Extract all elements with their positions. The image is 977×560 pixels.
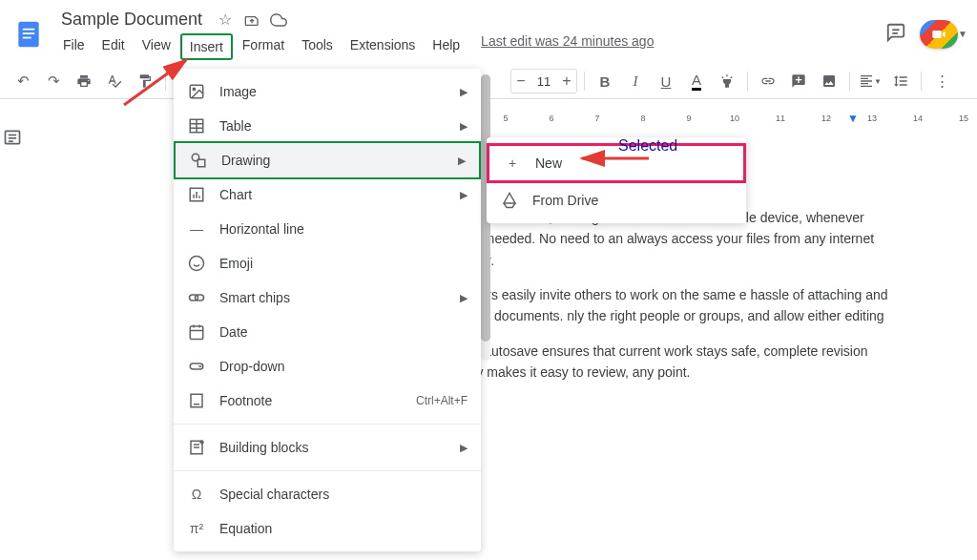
- insert-smart-chips-item[interactable]: Smart chips ▶: [174, 280, 481, 315]
- chart-icon: [187, 185, 206, 204]
- emoji-icon: [187, 254, 206, 273]
- menu-insert[interactable]: Insert: [180, 33, 233, 60]
- svg-rect-27: [196, 295, 204, 301]
- menu-divider: [174, 424, 481, 425]
- font-size-input[interactable]: [530, 74, 557, 89]
- chevron-right-icon: ▶: [460, 189, 468, 201]
- chevron-right-icon: ▶: [460, 86, 468, 98]
- menu-file[interactable]: File: [55, 33, 93, 60]
- table-icon: [187, 116, 206, 135]
- insert-building-blocks-item[interactable]: + Building blocks ▶: [174, 430, 481, 465]
- building-blocks-icon: +: [187, 438, 206, 457]
- italic-button[interactable]: I: [622, 68, 649, 94]
- drive-icon: [500, 191, 519, 210]
- meet-button[interactable]: ▼: [920, 20, 958, 49]
- font-size-control[interactable]: − +: [510, 69, 577, 93]
- insert-link-button[interactable]: [755, 68, 781, 94]
- svg-rect-28: [190, 326, 203, 340]
- special-chars-icon: Ω: [187, 485, 206, 504]
- add-comment-button[interactable]: [785, 68, 812, 94]
- insert-dropdown-item[interactable]: Drop-down: [174, 349, 481, 384]
- undo-button[interactable]: ↶: [10, 68, 36, 94]
- insert-image-button[interactable]: [816, 68, 842, 94]
- outline-toggle-icon[interactable]: [3, 128, 22, 554]
- paint-format-button[interactable]: [132, 68, 158, 94]
- redo-button[interactable]: ↷: [40, 68, 67, 94]
- drawing-new-item[interactable]: + New: [487, 143, 746, 183]
- insert-image-item[interactable]: Image ▶: [174, 74, 481, 109]
- svg-rect-3: [23, 36, 31, 38]
- cloud-status-icon[interactable]: [269, 10, 288, 30]
- menu-divider: [174, 470, 481, 471]
- menu-edit[interactable]: Edit: [94, 33, 133, 60]
- drawing-submenu: + New From Drive: [487, 137, 746, 223]
- insert-emoji-item[interactable]: Emoji: [174, 246, 481, 280]
- chevron-right-icon: ▶: [460, 120, 468, 133]
- insert-hline-item[interactable]: — Horizontal line: [174, 212, 481, 246]
- chevron-right-icon: ▶: [460, 292, 468, 304]
- comment-history-icon[interactable]: [885, 22, 906, 47]
- chevron-right-icon: ▶: [460, 442, 468, 454]
- svg-rect-18: [197, 159, 205, 167]
- svg-point-23: [190, 257, 204, 271]
- insert-table-item[interactable]: Table ▶: [174, 109, 481, 143]
- spellcheck-button[interactable]: [101, 68, 128, 94]
- image-icon: [187, 82, 206, 101]
- text-color-button[interactable]: A: [683, 68, 710, 94]
- last-edit-link[interactable]: Last edit was 24 minutes ago: [481, 33, 654, 60]
- print-button[interactable]: [71, 68, 97, 94]
- move-icon[interactable]: [242, 10, 261, 30]
- menu-extensions[interactable]: Extensions: [343, 33, 423, 60]
- annotation-selected-label: Selected: [618, 137, 677, 155]
- plus-icon: +: [503, 154, 522, 173]
- svg-text:+: +: [200, 439, 204, 445]
- align-button[interactable]: ▼: [857, 68, 883, 94]
- equation-icon: π²: [187, 519, 206, 538]
- svg-rect-1: [23, 28, 34, 30]
- font-size-increase[interactable]: +: [557, 70, 576, 93]
- hline-icon: —: [187, 219, 206, 239]
- svg-rect-33: [191, 394, 202, 407]
- document-title[interactable]: Sample Document: [55, 8, 208, 31]
- smart-chips-icon: [187, 288, 206, 307]
- insert-dropdown-menu: Image ▶ Table ▶ Drawing ▶ Chart ▶ — Hori…: [174, 69, 481, 551]
- svg-rect-6: [932, 31, 941, 38]
- dropdown-icon: [187, 357, 206, 376]
- drawing-from-drive-item[interactable]: From Drive: [487, 183, 746, 218]
- menu-tools[interactable]: Tools: [294, 33, 341, 60]
- date-icon: [187, 322, 206, 342]
- highlight-button[interactable]: [714, 68, 740, 94]
- star-icon[interactable]: ☆: [216, 10, 235, 30]
- insert-special-chars-item[interactable]: Ω Special characters: [174, 477, 481, 511]
- svg-rect-2: [23, 32, 34, 34]
- docs-logo-icon[interactable]: [11, 17, 46, 52]
- drawing-icon: [189, 151, 208, 170]
- bold-button[interactable]: B: [592, 68, 618, 94]
- insert-date-item[interactable]: Date: [174, 315, 481, 349]
- insert-drawing-item[interactable]: Drawing ▶: [174, 141, 481, 179]
- more-button[interactable]: ⋮: [928, 68, 955, 94]
- svg-point-12: [193, 88, 195, 90]
- menu-view[interactable]: View: [135, 33, 178, 60]
- menu-format[interactable]: Format: [235, 33, 292, 60]
- insert-footnote-item[interactable]: Footnote Ctrl+Alt+F: [174, 384, 481, 418]
- footnote-icon: [187, 391, 206, 410]
- chevron-right-icon: ▶: [458, 155, 466, 167]
- font-size-decrease[interactable]: −: [511, 70, 530, 93]
- menu-help[interactable]: Help: [425, 33, 468, 60]
- insert-chart-item[interactable]: Chart ▶: [174, 177, 481, 212]
- insert-equation-item[interactable]: π² Equation: [174, 511, 481, 546]
- underline-button[interactable]: U: [653, 68, 679, 94]
- line-spacing-button[interactable]: [887, 68, 914, 94]
